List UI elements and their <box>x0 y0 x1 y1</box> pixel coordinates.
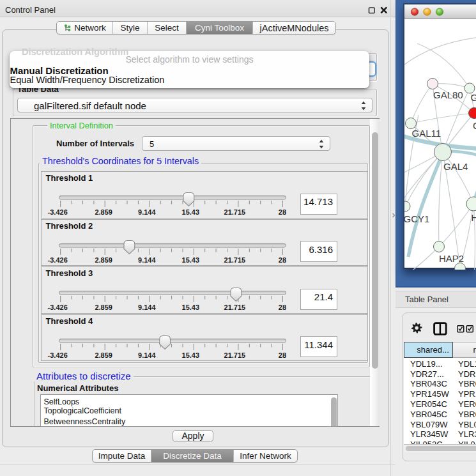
svg-text:HAP2: HAP2 <box>439 253 464 264</box>
svg-text:2.859: 2.859 <box>95 208 112 216</box>
svg-text:15.43: 15.43 <box>181 303 199 311</box>
svg-text:GAL7: GAL7 <box>471 92 476 103</box>
svg-text:28: 28 <box>278 208 286 216</box>
svg-text:GAL11: GAL11 <box>412 128 441 139</box>
svg-text:28: 28 <box>278 351 286 359</box>
svg-text:-3.426: -3.426 <box>47 303 67 311</box>
svg-text:GAL4: GAL4 <box>443 161 468 172</box>
svg-text:21.715: 21.715 <box>224 256 245 264</box>
svg-text:-3.426: -3.426 <box>47 256 67 264</box>
svg-text:21.715: 21.715 <box>224 208 245 216</box>
svg-text:15.43: 15.43 <box>181 256 199 264</box>
svg-text:21.715: 21.715 <box>224 303 245 311</box>
svg-text:CDC: CDC <box>473 120 476 131</box>
svg-text:15.43: 15.43 <box>181 351 199 359</box>
svg-text:28: 28 <box>278 303 286 311</box>
svg-text:-3.426: -3.426 <box>47 208 67 216</box>
svg-text:9.144: 9.144 <box>138 256 156 264</box>
svg-text:15.43: 15.43 <box>181 208 199 216</box>
svg-text:HIS4: HIS4 <box>472 212 476 223</box>
svg-text:9.144: 9.144 <box>138 208 156 216</box>
svg-text:9.144: 9.144 <box>138 303 156 311</box>
svg-text:GAL80: GAL80 <box>433 89 463 100</box>
svg-text:-3.426: -3.426 <box>47 351 67 359</box>
svg-text:28: 28 <box>278 256 286 264</box>
svg-text:GCY1: GCY1 <box>404 213 429 224</box>
svg-text:21.715: 21.715 <box>224 351 245 359</box>
svg-text:2.859: 2.859 <box>95 303 112 311</box>
svg-text:9.144: 9.144 <box>138 351 156 359</box>
svg-text:2.859: 2.859 <box>95 256 112 264</box>
svg-text:2.859: 2.859 <box>95 351 112 359</box>
